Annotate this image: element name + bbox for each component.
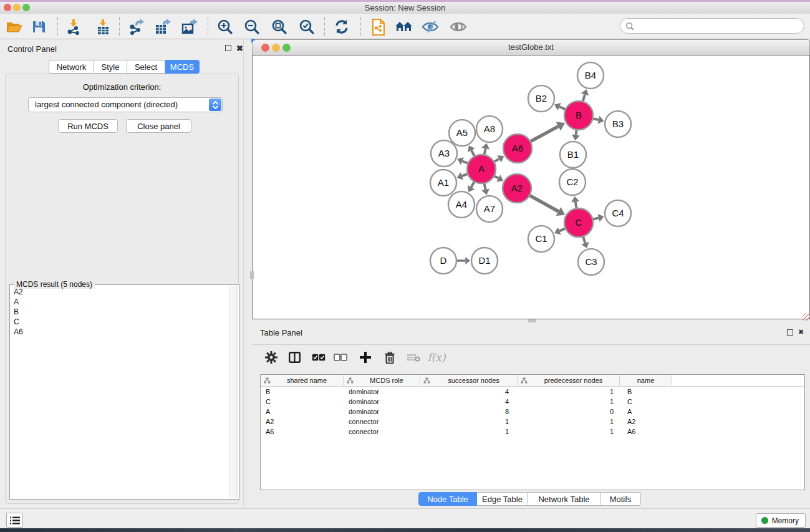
import-table-button[interactable] (92, 17, 114, 37)
graph-edge[interactable] (583, 237, 585, 243)
resize-grip-icon[interactable] (803, 313, 810, 321)
home-button[interactable] (393, 17, 415, 37)
delete-column-button[interactable] (382, 350, 398, 365)
table-cell[interactable]: A (261, 408, 344, 415)
table-float-panel-icon[interactable] (787, 329, 793, 336)
table-cell[interactable]: 8 (420, 408, 518, 415)
graph-edge[interactable] (485, 184, 486, 190)
function-builder-button-disabled[interactable]: f(x) (428, 350, 445, 365)
network-graph[interactable]: AA1A2A3A4A5A6A7A8BB1B2B3B4CC1C2C3C4DD1 (253, 56, 810, 319)
graph-edge[interactable] (462, 174, 468, 176)
result-item[interactable]: A2 (11, 287, 229, 297)
tab-mcds[interactable]: MCDS (165, 60, 200, 74)
table-cell[interactable]: B (620, 388, 672, 395)
graph-edge[interactable] (462, 161, 467, 163)
zoom-selected-button[interactable] (296, 17, 318, 37)
table-cell[interactable]: connector (344, 418, 420, 425)
create-column-button[interactable] (357, 350, 374, 365)
graph-edge[interactable] (559, 107, 565, 109)
run-mcds-button[interactable]: Run MCDS (58, 119, 118, 133)
session-doc-button[interactable] (367, 17, 390, 37)
table-row[interactable]: A6connector11A6 (261, 427, 804, 437)
contrast-button[interactable] (447, 17, 470, 37)
table-cell[interactable]: C (261, 398, 344, 405)
column-header[interactable]: MCDS role (344, 375, 420, 386)
tab-style[interactable]: Style (94, 60, 127, 74)
table-settings-button[interactable] (263, 350, 279, 365)
search-field[interactable] (620, 18, 804, 34)
table-cell[interactable]: C (620, 398, 672, 405)
memory-button[interactable]: Memory (756, 513, 806, 528)
graph-edge[interactable] (576, 201, 577, 208)
result-item[interactable]: B (11, 307, 229, 317)
graph-edge[interactable] (531, 127, 558, 142)
graph-edge[interactable] (471, 182, 475, 187)
column-header[interactable]: name (620, 375, 672, 386)
unselect-all-columns-button[interactable] (332, 350, 349, 365)
zoom-fit-button[interactable] (268, 17, 291, 37)
open-session-button[interactable] (2, 17, 25, 37)
tab-motifs[interactable]: Motifs (600, 492, 641, 506)
tab-network-table[interactable]: Network Table (528, 492, 600, 506)
table-cell[interactable]: 4 (420, 398, 518, 405)
graph-edge[interactable] (583, 94, 585, 101)
table-row[interactable]: Cdominator41C (261, 397, 804, 407)
table-cell[interactable]: 1 (518, 428, 620, 435)
mcds-result-list[interactable]: A2ABCA6 (11, 287, 229, 496)
export-image-button[interactable] (178, 17, 201, 37)
network-canvas[interactable]: AA1A2A3A4A5A6A7A8BB1B2B3B4CC1C2C3C4DD1 (252, 55, 810, 319)
node-table[interactable]: shared nameMCDS rolesuccessor nodesprede… (260, 374, 805, 490)
table-cell[interactable]: dominator (344, 408, 420, 415)
graph-edge[interactable] (559, 229, 565, 231)
refresh-button[interactable] (330, 17, 353, 37)
table-cell[interactable]: A6 (620, 428, 672, 435)
table-row[interactable]: Adominator80A (261, 407, 804, 417)
result-item[interactable]: A (11, 297, 229, 307)
table-cell[interactable]: B (261, 388, 344, 395)
export-table-button[interactable] (152, 17, 174, 37)
result-item[interactable]: C (11, 317, 229, 327)
graph-edge[interactable] (593, 118, 599, 120)
dropdown-stepper-icon[interactable] (209, 99, 221, 111)
result-item[interactable]: A6 (11, 327, 229, 337)
table-cell[interactable]: A (620, 408, 672, 415)
network-zoom-traffic-light[interactable] (282, 44, 291, 52)
zoom-in-button[interactable] (214, 17, 236, 37)
task-history-button[interactable] (6, 513, 23, 528)
table-cell[interactable]: dominator (344, 388, 420, 395)
table-cell[interactable]: 1 (420, 418, 518, 425)
table-cell[interactable]: connector (344, 428, 420, 435)
tab-select[interactable]: Select (127, 60, 165, 74)
table-cell[interactable]: A2 (620, 418, 672, 425)
graph-edge[interactable] (485, 148, 486, 154)
tab-node-table[interactable]: Node Table (418, 492, 477, 506)
column-header[interactable]: predecessor nodes (518, 375, 620, 386)
export-network-button[interactable] (125, 17, 147, 37)
optimization-criterion-dropdown[interactable]: largest connected component (directed) (28, 97, 223, 112)
zoom-out-button[interactable] (241, 17, 263, 37)
zoom-traffic-light[interactable] (22, 4, 30, 11)
network-minimize-traffic-light[interactable] (272, 44, 280, 52)
table-cell[interactable]: A2 (261, 418, 344, 425)
save-session-button[interactable] (27, 17, 50, 37)
table-cell[interactable]: 0 (518, 408, 620, 415)
graph-edge[interactable] (576, 130, 576, 135)
graph-edge[interactable] (593, 218, 599, 219)
column-header[interactable]: shared name (261, 375, 344, 386)
main-titlebar[interactable]: Session: New Session (0, 2, 810, 14)
table-cell[interactable]: 4 (420, 388, 518, 395)
close-traffic-light[interactable] (4, 4, 11, 11)
close-panel-icon[interactable]: ✖ (236, 45, 243, 52)
minimize-traffic-light[interactable] (13, 4, 21, 11)
graph-edge[interactable] (494, 159, 499, 162)
canvas-scrollbar-vertical[interactable] (250, 271, 254, 279)
column-header[interactable]: successor nodes (420, 375, 518, 386)
table-cell[interactable]: 1 (518, 398, 620, 405)
tab-edge-table[interactable]: Edge Table (477, 492, 528, 506)
close-panel-button[interactable]: Close panel (126, 119, 191, 133)
tab-network[interactable]: Network (49, 60, 94, 74)
table-row[interactable]: Bdominator41B (261, 387, 804, 397)
graph-edge[interactable] (494, 176, 498, 178)
table-cell[interactable]: 1 (420, 428, 518, 435)
table-cell[interactable]: 1 (518, 388, 620, 395)
